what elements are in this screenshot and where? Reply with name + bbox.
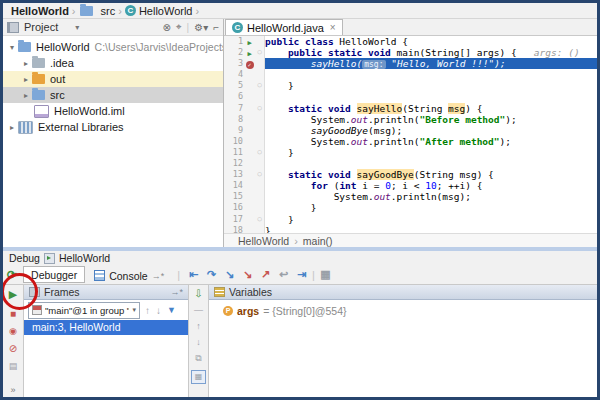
hide-library-frames-icon[interactable]: ⇩ bbox=[192, 288, 205, 299]
tree-item-iml[interactable]: HelloWorld.iml bbox=[3, 103, 223, 119]
run-line-icon[interactable]: ▶ bbox=[247, 39, 251, 47]
tab-helloworld-java[interactable]: HelloWorld.java × bbox=[225, 19, 343, 35]
project-panel-title[interactable]: Project bbox=[24, 21, 58, 33]
code-text[interactable]: } bbox=[265, 202, 597, 213]
evaluate-expression-icon[interactable]: ▦ bbox=[318, 268, 333, 281]
code-line-16[interactable]: 16 } bbox=[224, 202, 597, 213]
code-text[interactable]: } bbox=[265, 80, 597, 91]
drop-frame-icon[interactable]: ↩ bbox=[276, 268, 291, 281]
thread-dump-button[interactable]: ▤ bbox=[6, 361, 20, 371]
fold-icon[interactable]: ○ bbox=[256, 169, 263, 180]
filter-frames-icon[interactable]: ▼ bbox=[167, 305, 176, 315]
tree-item-root[interactable]: ▾HelloWorldC:\Users\Jarvis\IdeaProjects\… bbox=[3, 39, 223, 55]
settings-icon[interactable]: ⚙▾ bbox=[194, 22, 208, 33]
rerun-button[interactable]: ⟳ bbox=[7, 268, 17, 282]
tree-chevron-icon[interactable]: ▸ bbox=[7, 123, 17, 132]
tree-item-src[interactable]: ▸src bbox=[3, 87, 223, 103]
tree-chevron-icon[interactable]: ▾ bbox=[7, 43, 17, 52]
var-args[interactable]: Pargs = {String[0]@554} bbox=[223, 305, 597, 317]
breakpoint-icon[interactable]: ✓ bbox=[246, 61, 254, 69]
copy-icon[interactable]: ⧉ bbox=[192, 353, 205, 364]
code-text[interactable]: static void sayGoodBye(String msg) { bbox=[265, 169, 597, 180]
code-text[interactable] bbox=[265, 69, 597, 80]
fold-icon[interactable]: ○ bbox=[256, 214, 263, 225]
tree-chevron-icon[interactable]: ▸ bbox=[21, 91, 31, 100]
crumb-src[interactable]: src bbox=[77, 5, 118, 17]
code-text[interactable]: sayHello(msg: "Hello, World !!!"); bbox=[265, 58, 597, 69]
preview-icon[interactable]: ▦ bbox=[191, 370, 206, 384]
code-line-8[interactable]: 8 System.out.println("Before method"); bbox=[224, 114, 597, 125]
tab-debugger[interactable]: Debugger bbox=[23, 266, 85, 283]
code-editor[interactable]: 1▶public class HelloWorld {2▶○ public st… bbox=[224, 36, 597, 233]
up-icon[interactable]: ↑ bbox=[192, 321, 205, 331]
code-line-2[interactable]: 2▶○ public static void main(String[] arg… bbox=[224, 47, 597, 58]
code-line-18[interactable]: 18} bbox=[224, 225, 597, 233]
tab-console[interactable]: Console→* bbox=[87, 268, 171, 283]
code-line-11[interactable]: 11○ } bbox=[224, 147, 597, 158]
code-line-7[interactable]: 7○ static void sayHello(String msg) { bbox=[224, 103, 597, 114]
collapse-all-icon[interactable]: ⊗ bbox=[163, 22, 171, 33]
show-execution-point-icon[interactable]: ⇤ bbox=[186, 268, 201, 281]
code-text[interactable]: for (int i = 0; i < 10; ++i) { bbox=[265, 180, 597, 191]
step-out-icon[interactable]: ↗ bbox=[258, 268, 273, 281]
code-line-15[interactable]: 15 System.out.println(msg); bbox=[224, 191, 597, 202]
code-line-13[interactable]: 13○ static void sayGoodBye(String msg) { bbox=[224, 169, 597, 180]
code-text[interactable]: System.out.println(msg); bbox=[265, 191, 597, 202]
down-icon[interactable]: ↓ bbox=[192, 337, 205, 347]
view-breakpoints-button[interactable]: ◉ bbox=[6, 326, 20, 336]
code-line-9[interactable]: 9 sayGoodBye(msg); bbox=[224, 125, 597, 136]
code-text[interactable]: } bbox=[265, 147, 597, 158]
code-text[interactable] bbox=[265, 91, 597, 102]
code-line-17[interactable]: 17○ } bbox=[224, 214, 597, 225]
hide-panel-icon[interactable]: ⌐ bbox=[213, 22, 219, 33]
crumb-project[interactable]: HelloWorld bbox=[9, 5, 71, 17]
editor-breadcrumb-item[interactable]: main() bbox=[303, 235, 333, 247]
tree-item-out[interactable]: ▸out bbox=[3, 71, 223, 87]
overflow-chevron[interactable]: » bbox=[10, 385, 15, 397]
run-line-icon[interactable]: ▶ bbox=[247, 50, 251, 58]
tree-chevron-icon[interactable]: ▸ bbox=[21, 59, 31, 68]
next-frame-icon[interactable]: ↓ bbox=[156, 305, 161, 316]
mute-breakpoints-button[interactable]: ⊘ bbox=[6, 343, 20, 354]
code-text[interactable]: public static void main(String[] args) {… bbox=[265, 47, 597, 58]
tree-item-idea[interactable]: ▸.idea bbox=[3, 55, 223, 71]
code-line-6[interactable]: 6 bbox=[224, 91, 597, 102]
code-text[interactable]: System.out.println("After method"); bbox=[265, 136, 597, 147]
debug-title[interactable]: Debug bbox=[9, 252, 40, 264]
fold-icon[interactable]: ○ bbox=[256, 80, 263, 91]
tree-item-external-libraries[interactable]: ▸External Libraries bbox=[3, 119, 223, 135]
code-line-4[interactable]: 4 bbox=[224, 69, 597, 80]
force-step-into-icon[interactable]: ↘ bbox=[240, 268, 255, 281]
locate-file-icon[interactable]: ⌖ bbox=[176, 21, 182, 33]
code-line-10[interactable]: 10 System.out.println("After method"); bbox=[224, 136, 597, 147]
crumb-class[interactable]: HelloWorld bbox=[123, 5, 195, 17]
code-line-12[interactable]: 12 bbox=[224, 158, 597, 169]
prev-frame-icon[interactable]: ↑ bbox=[145, 305, 150, 316]
fold-icon[interactable]: ○ bbox=[256, 47, 263, 58]
code-line-5[interactable]: 5○ } bbox=[224, 80, 597, 91]
step-into-icon[interactable]: ↘ bbox=[222, 268, 237, 281]
code-text[interactable]: static void sayHello(String msg) { bbox=[265, 103, 597, 114]
code-text[interactable] bbox=[265, 158, 597, 169]
frames-header-options-icon[interactable]: →* bbox=[170, 287, 183, 297]
step-over-icon[interactable]: ↷ bbox=[204, 268, 219, 281]
code-text[interactable]: System.out.println("Before method"); bbox=[265, 114, 597, 125]
code-text[interactable]: public class HelloWorld { bbox=[265, 36, 597, 47]
code-text[interactable]: sayGoodBye(msg); bbox=[265, 125, 597, 136]
editor-breadcrumb-item[interactable]: HelloWorld bbox=[238, 235, 289, 247]
thread-selector[interactable]: "main"@1 in group "m..." ▾ bbox=[28, 302, 140, 319]
fold-icon[interactable]: ○ bbox=[256, 103, 263, 114]
tree-chevron-icon[interactable]: ▸ bbox=[21, 75, 31, 84]
code-text[interactable]: } bbox=[265, 225, 597, 233]
code-text[interactable]: } bbox=[265, 214, 597, 225]
close-icon[interactable]: × bbox=[330, 22, 336, 33]
frame-main[interactable]: main:3, HelloWorld bbox=[24, 320, 188, 335]
run-to-cursor-icon[interactable]: ⇥ bbox=[294, 268, 309, 281]
code-line-3[interactable]: 3✓ sayHello(msg: "Hello, World !!!"); bbox=[224, 58, 597, 69]
code-line-14[interactable]: 14 for (int i = 0; i < 10; ++i) { bbox=[224, 180, 597, 191]
stop-button[interactable]: ■ bbox=[6, 308, 20, 319]
fold-icon[interactable]: ○ bbox=[256, 147, 263, 158]
code-line-1[interactable]: 1▶public class HelloWorld { bbox=[224, 36, 597, 47]
project-dropdown-icon[interactable]: ▾ bbox=[75, 23, 79, 32]
resume-button[interactable]: ▶ bbox=[6, 288, 20, 301]
